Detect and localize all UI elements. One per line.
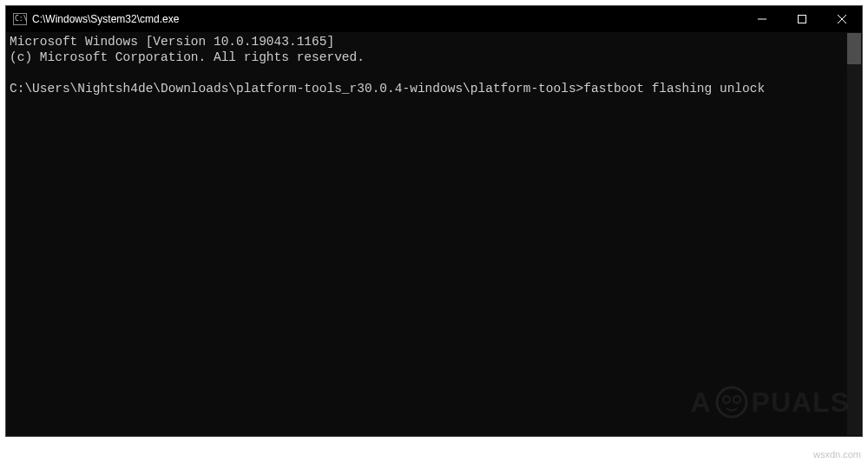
svg-rect-3 xyxy=(758,19,766,20)
close-button[interactable] xyxy=(822,6,862,32)
terminal-area[interactable]: Microsoft Windows [Version 10.0.19043.11… xyxy=(6,32,862,436)
svg-rect-4 xyxy=(799,16,806,23)
vertical-scrollbar[interactable] xyxy=(847,33,861,435)
output-line: (c) Microsoft Corporation. All rights re… xyxy=(10,50,365,64)
cmd-icon: C:\ xyxy=(13,13,27,25)
terminal-output: Microsoft Windows [Version 10.0.19043.11… xyxy=(6,32,862,436)
output-line: Microsoft Windows [Version 10.0.19043.11… xyxy=(10,35,334,49)
maximize-button[interactable] xyxy=(782,6,822,32)
minimize-button[interactable] xyxy=(742,6,782,32)
close-icon xyxy=(838,15,846,23)
cmd-window: C:\ C:\Windows\System32\cmd.exe xyxy=(5,5,863,437)
svg-text:C:\: C:\ xyxy=(15,15,27,23)
window-title: C:\Windows\System32\cmd.exe xyxy=(32,6,179,32)
scrollbar-thumb[interactable] xyxy=(847,33,861,64)
prompt-text: C:\Users\Nightsh4de\Downloads\platform-t… xyxy=(10,82,583,96)
maximize-icon xyxy=(798,15,806,23)
titlebar[interactable]: C:\ C:\Windows\System32\cmd.exe xyxy=(6,6,862,32)
site-watermark: wsxdn.com xyxy=(813,449,861,460)
minimize-icon xyxy=(758,15,766,23)
titlebar-left: C:\ C:\Windows\System32\cmd.exe xyxy=(6,6,179,32)
command-text[interactable]: fastboot flashing unlock xyxy=(583,82,765,96)
window-controls xyxy=(742,6,862,32)
